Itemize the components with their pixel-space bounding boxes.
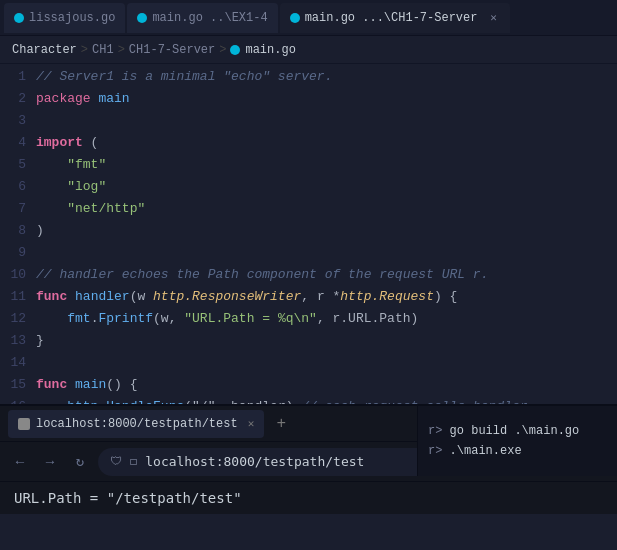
breadcrumb-character[interactable]: Character: [12, 43, 77, 57]
browser-tab-favicon: [18, 418, 30, 430]
line-number-1: 1: [10, 66, 26, 88]
nav-forward-button[interactable]: →: [38, 450, 62, 474]
code-line-13: }: [36, 330, 609, 352]
browser-tab-label: localhost:8000/testpath/test: [36, 417, 238, 431]
code-editor: 123456789101112131415161718 // Server1 i…: [0, 64, 617, 404]
line-number-2: 2: [10, 88, 26, 110]
line-number-13: 13: [10, 330, 26, 352]
terminal-cmd-1: go build .\main.go: [450, 424, 580, 438]
tab-label-ch1: main.go ...\CH1-7-Server: [305, 11, 478, 25]
page-icon: ◻: [130, 454, 137, 469]
code-line-6: "log": [36, 176, 609, 198]
tab-icon-lissajous: [14, 13, 24, 23]
browser-panel: localhost:8000/testpath/test ✕ + r> go b…: [0, 404, 617, 514]
code-line-12: fmt.Fprintf(w, "URL.Path = %q\n", r.URL.…: [36, 308, 609, 330]
code-line-1: // Server1 is a minimal "echo" server.: [36, 66, 609, 88]
line-numbers: 123456789101112131415161718: [0, 64, 36, 404]
code-line-9: [36, 242, 609, 264]
tab-label-ex1: main.go ..\EX1-4: [152, 11, 267, 25]
line-number-9: 9: [10, 242, 26, 264]
browser-tab-main[interactable]: localhost:8000/testpath/test ✕: [8, 410, 264, 438]
sep3: >: [219, 43, 226, 57]
code-line-16: http.HandleFunc("/", handler) // each re…: [36, 396, 609, 404]
nav-refresh-button[interactable]: ↻: [68, 450, 92, 474]
code-content[interactable]: // Server1 is a minimal "echo" server.pa…: [36, 64, 617, 404]
sep1: >: [81, 43, 88, 57]
code-line-11: func handler(w http.ResponseWriter, r *h…: [36, 286, 609, 308]
browser-tab-close[interactable]: ✕: [248, 417, 255, 430]
tab-icon-ch1: [290, 13, 300, 23]
code-line-14: [36, 352, 609, 374]
terminal-panel: r> go build .\main.go r> .\main.exe: [417, 406, 617, 476]
code-line-3: [36, 110, 609, 132]
terminal-cmd-2: .\main.exe: [450, 444, 522, 458]
terminal-line-1: r> go build .\main.go: [428, 421, 607, 441]
tab-main-ex1[interactable]: main.go ..\EX1-4: [127, 3, 277, 33]
terminal-prompt-1: r>: [428, 424, 442, 438]
code-line-5: "fmt": [36, 154, 609, 176]
code-line-2: package main: [36, 88, 609, 110]
breadcrumb-ch1-7-server[interactable]: CH1-7-Server: [129, 43, 215, 57]
breadcrumb-ch1[interactable]: CH1: [92, 43, 114, 57]
security-icon: 🛡: [110, 454, 122, 469]
browser-output: URL.Path = "/testpath/test": [0, 482, 617, 514]
tab-label-lissajous: lissajous.go: [29, 11, 115, 25]
line-number-10: 10: [10, 264, 26, 286]
breadcrumb-file: main.go: [230, 43, 295, 57]
address-text: localhost:8000/testpath/test: [145, 454, 364, 469]
code-line-4: import (: [36, 132, 609, 154]
tab-main-ch1[interactable]: main.go ...\CH1-7-Server ✕: [280, 3, 511, 33]
tab-lissajous[interactable]: lissajous.go: [4, 3, 125, 33]
breadcrumb-filename: main.go: [245, 43, 295, 57]
tab-icon-ex1: [137, 13, 147, 23]
code-line-10: // handler echoes the Path component of …: [36, 264, 609, 286]
line-number-3: 3: [10, 110, 26, 132]
line-number-11: 11: [10, 286, 26, 308]
new-tab-button[interactable]: +: [268, 411, 294, 437]
code-line-15: func main() {: [36, 374, 609, 396]
line-number-4: 4: [10, 132, 26, 154]
code-line-7: "net/http": [36, 198, 609, 220]
sep2: >: [118, 43, 125, 57]
line-number-15: 15: [10, 374, 26, 396]
code-line-8: ): [36, 220, 609, 242]
line-number-5: 5: [10, 154, 26, 176]
line-number-16: 16: [10, 396, 26, 404]
nav-back-button[interactable]: ←: [8, 450, 32, 474]
tab-bar: lissajous.go main.go ..\EX1-4 main.go ..…: [0, 0, 617, 36]
line-number-8: 8: [10, 220, 26, 242]
terminal-line-2: r> .\main.exe: [428, 441, 607, 461]
line-number-12: 12: [10, 308, 26, 330]
output-text: URL.Path = "/testpath/test": [14, 490, 242, 506]
bc-go-icon: [230, 45, 240, 55]
line-number-7: 7: [10, 198, 26, 220]
terminal-prompt-2: r>: [428, 444, 442, 458]
line-number-14: 14: [10, 352, 26, 374]
line-number-6: 6: [10, 176, 26, 198]
breadcrumb: Character > CH1 > CH1-7-Server > main.go: [0, 36, 617, 64]
tab-close-ch1[interactable]: ✕: [486, 11, 500, 25]
